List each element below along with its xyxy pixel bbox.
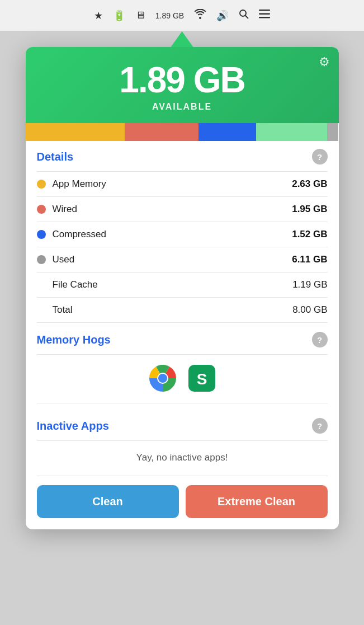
wifi-icon xyxy=(194,9,206,22)
inactive-help-button[interactable]: ? xyxy=(312,418,328,434)
dot-total xyxy=(37,306,46,314)
inactive-header: Inactive Apps ? xyxy=(37,410,328,439)
row-divider xyxy=(37,222,328,222)
hogs-title: Memory Hogs xyxy=(37,333,111,346)
monitor-icon: 🖥 xyxy=(135,10,145,21)
dot-wired xyxy=(37,205,46,214)
bar-available xyxy=(256,123,328,141)
row-divider xyxy=(37,272,328,272)
memory-display: 1.89 GB xyxy=(155,11,184,20)
svg-text:S: S xyxy=(196,371,207,388)
value-wired: 1.95 GB xyxy=(292,204,327,215)
memory-value: 1.89 GB xyxy=(37,60,328,100)
row-divider xyxy=(37,247,328,247)
inactive-title: Inactive Apps xyxy=(37,420,109,433)
sheets-app-icon[interactable]: S xyxy=(187,364,216,393)
menubar: ★ 🔋 🖥 1.89 GB 🔊 xyxy=(0,0,364,31)
bar-wired xyxy=(125,123,198,141)
details-help-button[interactable]: ? xyxy=(312,149,328,165)
popup: 1.89 GB AVAILABLE ⚙ Details ? App Memor xyxy=(26,47,339,529)
dot-compressed xyxy=(37,230,46,239)
chrome-app-icon[interactable] xyxy=(148,364,177,393)
detail-left-used: Used xyxy=(37,254,75,265)
hogs-header: Memory Hogs ? xyxy=(37,324,328,353)
table-row: Used 6.11 GB xyxy=(37,248,328,271)
volume-icon[interactable]: 🔊 xyxy=(216,10,229,22)
row-divider xyxy=(37,297,328,298)
label-used: Used xyxy=(53,254,75,265)
hogs-end-divider xyxy=(37,403,328,403)
detail-left-compressed: Compressed xyxy=(37,229,106,240)
table-row: Compressed 1.52 GB xyxy=(37,223,328,246)
svg-rect-3 xyxy=(259,13,270,15)
value-compressed: 1.52 GB xyxy=(292,229,327,240)
detail-left-app-memory: App Memory xyxy=(37,178,106,190)
detail-left-wired: Wired xyxy=(37,204,77,215)
bar-app-memory xyxy=(26,123,125,141)
label-file-cache: File Cache xyxy=(53,279,98,290)
menu-icon[interactable] xyxy=(259,10,270,21)
section-end-divider xyxy=(37,322,328,323)
table-row: App Memory 2.63 GB xyxy=(37,173,328,195)
detail-left-total: Total xyxy=(37,304,73,316)
svg-point-8 xyxy=(158,374,167,383)
clean-button[interactable]: Clean xyxy=(37,485,179,518)
svg-rect-4 xyxy=(259,17,270,18)
value-used: 6.11 GB xyxy=(292,254,327,265)
settings-button[interactable]: ⚙ xyxy=(319,55,330,69)
value-total: 8.00 GB xyxy=(292,304,327,316)
dot-used xyxy=(37,255,46,264)
inactive-divider xyxy=(37,440,328,441)
table-row: Total 8.00 GB xyxy=(37,299,328,321)
popup-wrapper: 1.89 GB AVAILABLE ⚙ Details ? App Memor xyxy=(26,31,339,529)
header-section: 1.89 GB AVAILABLE ⚙ xyxy=(26,47,339,123)
search-icon[interactable] xyxy=(239,9,249,22)
table-row: Wired 1.95 GB xyxy=(37,198,328,220)
dot-app-memory xyxy=(37,180,46,189)
memory-color-bar xyxy=(26,123,339,141)
hogs-divider xyxy=(37,354,328,355)
label-wired: Wired xyxy=(53,204,77,215)
details-header: Details ? xyxy=(37,141,328,170)
value-file-cache: 1.19 GB xyxy=(292,279,327,290)
svg-point-0 xyxy=(240,10,246,16)
available-label: AVAILABLE xyxy=(37,102,328,112)
svg-rect-2 xyxy=(259,10,270,11)
inactive-empty-message: Yay, no inactive apps! xyxy=(37,442,328,474)
details-title: Details xyxy=(37,151,74,163)
label-total: Total xyxy=(53,304,73,316)
bottom-buttons: Clean Extreme Clean xyxy=(26,480,339,529)
details-section: Details ? App Memory 2.63 GB Wired 1.95 xyxy=(26,141,339,323)
bar-other xyxy=(327,123,338,141)
details-divider xyxy=(37,171,328,172)
value-app-memory: 2.63 GB xyxy=(292,178,327,190)
extreme-clean-button[interactable]: Extreme Clean xyxy=(186,485,328,518)
detail-left-file-cache: File Cache xyxy=(37,279,98,290)
bar-compressed xyxy=(198,123,256,141)
label-app-memory: App Memory xyxy=(53,178,106,190)
memory-hogs-section: Memory Hogs ? xyxy=(26,324,339,410)
hogs-help-button[interactable]: ? xyxy=(312,332,328,347)
inactive-apps-section: Inactive Apps ? Yay, no inactive apps! xyxy=(26,410,339,480)
dot-file-cache xyxy=(37,280,46,289)
svg-line-1 xyxy=(245,16,249,19)
star-icon[interactable]: ★ xyxy=(94,10,103,22)
notch-triangle xyxy=(171,31,193,47)
row-divider xyxy=(37,196,328,197)
label-compressed: Compressed xyxy=(53,229,106,240)
inactive-end-divider xyxy=(37,476,328,476)
hogs-app-list: S xyxy=(37,356,328,402)
battery-icon: 🔋 xyxy=(113,10,125,22)
table-row: File Cache 1.19 GB xyxy=(37,274,328,296)
